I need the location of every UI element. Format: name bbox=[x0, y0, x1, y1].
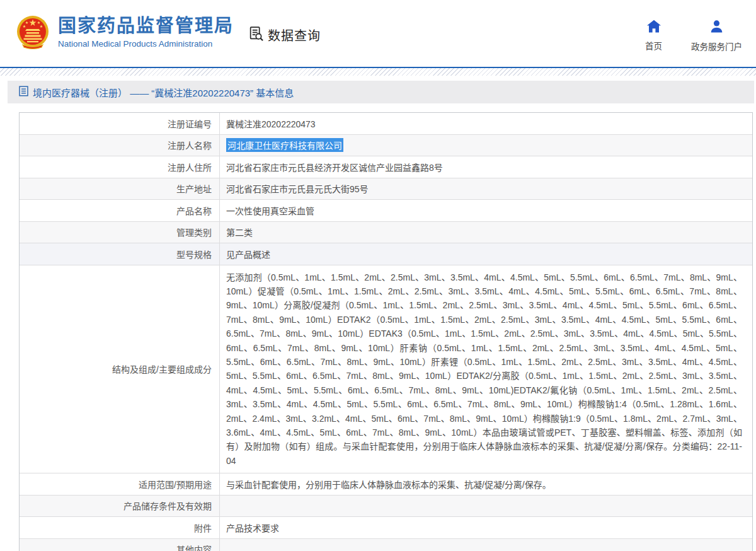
row-production-address: 生产地址 河北省石家庄市元氏县元氏大街95号 bbox=[20, 178, 752, 200]
brand-titles: 国家药品监督管理局 National Medical Products Admi… bbox=[58, 16, 234, 48]
row-label: 产品储存条件及有效期 bbox=[20, 496, 220, 517]
row-value: 河北省石家庄市元氏县经济开发区诚信产业园益鑫路8号 bbox=[220, 156, 752, 178]
nav-gov-service-portal[interactable]: 政务服务门户 bbox=[691, 20, 742, 52]
row-registrant-address: 注册人住所 河北省石家庄市元氏县经济开发区诚信产业园益鑫路8号 bbox=[20, 156, 752, 178]
row-management-category: 管理类别 第二类 bbox=[20, 221, 752, 243]
row-value: 见产品概述 bbox=[220, 243, 752, 265]
nav-home[interactable]: 首页 bbox=[645, 20, 662, 52]
row-model-specification: 型号规格 见产品概述 bbox=[20, 243, 752, 265]
row-value: 河北省石家庄市元氏县元氏大街95号 bbox=[220, 178, 752, 200]
user-icon bbox=[709, 20, 724, 36]
selected-company-name: 河北康卫仕医疗科技有限公司 bbox=[226, 138, 343, 152]
row-label: 型号规格 bbox=[20, 243, 220, 265]
row-registration-number: 注册证编号 冀械注准20202220473 bbox=[20, 113, 752, 134]
row-value: 产品技术要求 bbox=[220, 517, 752, 538]
row-label: 注册人名称 bbox=[20, 135, 220, 156]
row-value: 冀械注准20202220473 bbox=[220, 113, 752, 134]
diagonal-stripe-band bbox=[0, 68, 756, 76]
document-icon bbox=[19, 86, 28, 99]
row-label: 注册证编号 bbox=[20, 113, 220, 134]
row-label: 适用范围/预期用途 bbox=[20, 473, 220, 495]
row-other-content: 其他内容 bbox=[20, 538, 752, 551]
row-label: 管理类别 bbox=[20, 222, 220, 243]
row-storage-conditions: 产品储存条件及有效期 bbox=[20, 495, 752, 517]
breadcrumb-text[interactable]: 境内医疗器械（注册） —— “冀械注准20202220473” 基本信息 bbox=[33, 86, 294, 99]
nav-gov-service-portal-label: 政务服务门户 bbox=[691, 40, 742, 52]
data-query-section[interactable]: 数据查询 bbox=[248, 25, 321, 45]
site-header: 国家药品监督管理局 National Medical Products Admi… bbox=[0, 0, 756, 67]
row-value bbox=[220, 539, 752, 551]
row-label: 注册人住所 bbox=[20, 156, 220, 178]
row-value: 第二类 bbox=[220, 222, 752, 243]
row-structure-composition: 结构及组成/主要组成成分 无添加剂（0.5mL、1mL、1.5mL、2mL、2.… bbox=[20, 265, 752, 473]
brand-title-zh: 国家药品监督管理局 bbox=[58, 16, 234, 37]
document-search-icon bbox=[248, 25, 265, 45]
row-product-name: 产品名称 一次性使用真空采血管 bbox=[20, 199, 752, 221]
top-navigation: 首页 政务服务门户 bbox=[645, 20, 742, 52]
attachment-link[interactable]: 产品技术要求 bbox=[226, 521, 279, 534]
data-query-label: 数据查询 bbox=[268, 26, 321, 44]
row-value: 与采血针配套使用，分别用于临床人体静脉血液标本的采集、抗凝/促凝/分离/保存。 bbox=[220, 473, 752, 495]
home-icon bbox=[646, 20, 662, 35]
row-registrant-name: 注册人名称 河北康卫仕医疗科技有限公司 bbox=[20, 134, 752, 156]
site-brand[interactable]: 国家药品监督管理局 National Medical Products Admi… bbox=[16, 15, 234, 49]
breadcrumb: 境内医疗器械（注册） —— “冀械注准20202220473” 基本信息 bbox=[8, 81, 754, 103]
row-value: 一次性使用真空采血管 bbox=[220, 200, 752, 221]
row-intended-use: 适用范围/预期用途 与采血针配套使用，分别用于临床人体静脉血液标本的采集、抗凝/… bbox=[20, 473, 752, 495]
row-value: 河北康卫仕医疗科技有限公司 bbox=[220, 135, 752, 156]
row-label: 产品名称 bbox=[20, 200, 220, 221]
nav-home-label: 首页 bbox=[645, 39, 662, 52]
row-label: 生产地址 bbox=[20, 178, 220, 200]
row-value bbox=[220, 496, 752, 517]
row-value: 无添加剂（0.5mL、1mL、1.5mL、2mL、2.5mL、3mL、3.5mL… bbox=[220, 265, 752, 473]
national-emblem-icon bbox=[16, 15, 49, 49]
row-attachment: 附件 产品技术要求 bbox=[20, 516, 752, 538]
registration-info-table: 注册证编号 冀械注准20202220473 注册人名称 河北康卫仕医疗科技有限公… bbox=[19, 112, 753, 551]
row-label: 结构及组成/主要组成成分 bbox=[20, 265, 220, 473]
brand-title-en: National Medical Products Administration bbox=[58, 39, 234, 49]
row-label: 其他内容 bbox=[20, 539, 220, 551]
row-label: 附件 bbox=[20, 517, 220, 538]
